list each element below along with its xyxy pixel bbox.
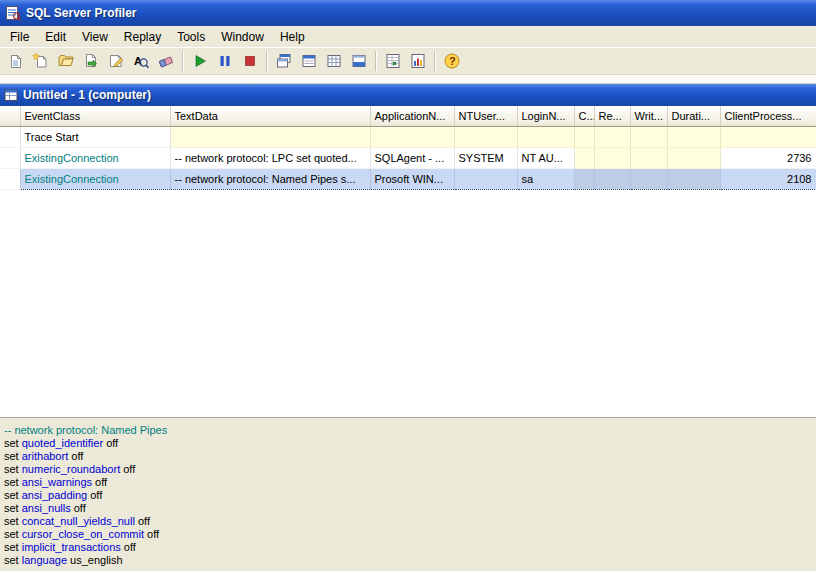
- header-margin: [0, 106, 20, 126]
- table-row-existing-connection-2-selected[interactable]: ExistingConnection -- network protocol: …: [0, 168, 816, 189]
- cell-writes[interactable]: [630, 126, 667, 147]
- trace-window-icon: [4, 88, 18, 102]
- menu-window[interactable]: Window: [213, 27, 272, 47]
- cascade-window-button[interactable]: [297, 50, 321, 73]
- new-trace-button[interactable]: [4, 50, 28, 73]
- stop-icon: [241, 52, 259, 70]
- pause-trace-button[interactable]: [213, 50, 237, 73]
- cell-reads[interactable]: [594, 168, 630, 189]
- cell-reads[interactable]: [594, 126, 630, 147]
- col-ntusername[interactable]: NTUser...: [454, 106, 517, 126]
- trace-grid: EventClass TextData ApplicationN... NTUs…: [0, 106, 816, 190]
- cell-clientprocessid[interactable]: 2736: [720, 147, 816, 168]
- title-bar[interactable]: SQL Server Profiler: [0, 0, 816, 26]
- cell-clientprocessid[interactable]: 2108: [720, 168, 816, 189]
- cell-eventclass[interactable]: ExistingConnection: [20, 147, 170, 168]
- col-clientprocessid[interactable]: ClientProcess...: [720, 106, 816, 126]
- save-trace-button[interactable]: [79, 50, 103, 73]
- app-icon: [5, 5, 21, 21]
- cell-eventclass[interactable]: ExistingConnection: [20, 168, 170, 189]
- cell-ntusername[interactable]: SYSTEM: [454, 147, 517, 168]
- cell-cpu[interactable]: [574, 147, 594, 168]
- detail-line: set concat_null_yields_null off: [4, 515, 812, 528]
- col-cpu[interactable]: C...: [574, 106, 594, 126]
- menu-edit[interactable]: Edit: [37, 27, 74, 47]
- cell-eventclass[interactable]: Trace Start: [20, 126, 170, 147]
- row-margin: [0, 147, 20, 168]
- cell-applicationname[interactable]: SQLAgent - ...: [370, 147, 454, 168]
- table-row-trace-start[interactable]: Trace Start: [0, 126, 816, 147]
- detail-line: set arithabort off: [4, 450, 812, 463]
- pause-icon: [216, 52, 234, 70]
- trace-window-title-bar[interactable]: Untitled - 1 (computer): [0, 84, 816, 106]
- find-button[interactable]: A: [129, 50, 153, 73]
- cell-loginname[interactable]: NT AU...: [517, 147, 574, 168]
- cell-applicationname[interactable]: Prosoft WIN...: [370, 168, 454, 189]
- detail-line: set ansi_warnings off: [4, 476, 812, 489]
- menu-tools[interactable]: Tools: [169, 27, 213, 47]
- cell-reads[interactable]: [594, 147, 630, 168]
- detail-line: set ansi_nulls off: [4, 502, 812, 515]
- toggle-detail-pane-button[interactable]: [347, 50, 371, 73]
- properties-button[interactable]: [104, 50, 128, 73]
- play-icon: [191, 52, 209, 70]
- col-reads[interactable]: Re...: [594, 106, 630, 126]
- save-icon: [82, 52, 100, 70]
- window-icon: [300, 52, 318, 70]
- cell-cpu[interactable]: [574, 126, 594, 147]
- copy-window-button[interactable]: [272, 50, 296, 73]
- start-trace-button[interactable]: [188, 50, 212, 73]
- cell-duration[interactable]: [667, 147, 720, 168]
- menu-help[interactable]: Help: [272, 27, 313, 47]
- new-template-icon: [32, 52, 50, 70]
- menu-replay[interactable]: Replay: [116, 27, 169, 47]
- new-trace-icon: [7, 52, 25, 70]
- cell-writes[interactable]: [630, 147, 667, 168]
- eraser-icon: [157, 52, 175, 70]
- cell-loginname[interactable]: [517, 126, 574, 147]
- cell-textdata[interactable]: [170, 126, 370, 147]
- help-button[interactable]: ?: [440, 50, 464, 73]
- cell-textdata[interactable]: -- network protocol: LPC set quoted...: [170, 147, 370, 168]
- cell-writes[interactable]: [630, 168, 667, 189]
- cell-ntusername[interactable]: [454, 168, 517, 189]
- col-textdata[interactable]: TextData: [170, 106, 370, 126]
- col-writes[interactable]: Writ...: [630, 106, 667, 126]
- cell-cpu[interactable]: [574, 168, 594, 189]
- cell-clientprocessid[interactable]: [720, 126, 816, 147]
- mdi-background: [0, 75, 816, 84]
- help-icon: ?: [443, 52, 461, 70]
- sql-server-profiler-window: SQL Server Profiler File Edit View Repla…: [0, 0, 816, 571]
- organize-columns-button[interactable]: [322, 50, 346, 73]
- menu-view[interactable]: View: [74, 27, 116, 47]
- launch-tuning-wizard-button[interactable]: [406, 50, 430, 73]
- cell-applicationname[interactable]: [370, 126, 454, 147]
- new-template-button[interactable]: [29, 50, 53, 73]
- trace-window-title: Untitled - 1 (computer): [23, 88, 151, 102]
- toolbar: A: [0, 48, 816, 75]
- menu-bar: File Edit View Replay Tools Window Help: [0, 26, 816, 48]
- col-eventclass[interactable]: EventClass: [20, 106, 170, 126]
- row-margin: [0, 168, 20, 189]
- cell-loginname[interactable]: sa: [517, 168, 574, 189]
- launch-query-analyzer-button[interactable]: [381, 50, 405, 73]
- toolbar-separator: [182, 51, 184, 71]
- col-applicationname[interactable]: ApplicationN...: [370, 106, 454, 126]
- cell-duration[interactable]: [667, 126, 720, 147]
- menu-file[interactable]: File: [2, 27, 37, 47]
- columns-grid-icon: [325, 52, 343, 70]
- cell-duration[interactable]: [667, 168, 720, 189]
- stop-trace-button[interactable]: [238, 50, 262, 73]
- cell-ntusername[interactable]: [454, 126, 517, 147]
- detail-line: set numeric_roundabort off: [4, 463, 812, 476]
- open-trace-button[interactable]: [54, 50, 78, 73]
- cell-textdata[interactable]: -- network protocol: Named Pipes s...: [170, 168, 370, 189]
- col-duration[interactable]: Durati...: [667, 106, 720, 126]
- find-icon: A: [132, 52, 150, 70]
- chart-sheet-icon: [409, 52, 427, 70]
- col-loginname[interactable]: LoginN...: [517, 106, 574, 126]
- open-folder-icon: [57, 52, 75, 70]
- table-row-existing-connection-1[interactable]: ExistingConnection -- network protocol: …: [0, 147, 816, 168]
- header-row: EventClass TextData ApplicationN... NTUs…: [0, 106, 816, 126]
- clear-trace-window-button[interactable]: [154, 50, 178, 73]
